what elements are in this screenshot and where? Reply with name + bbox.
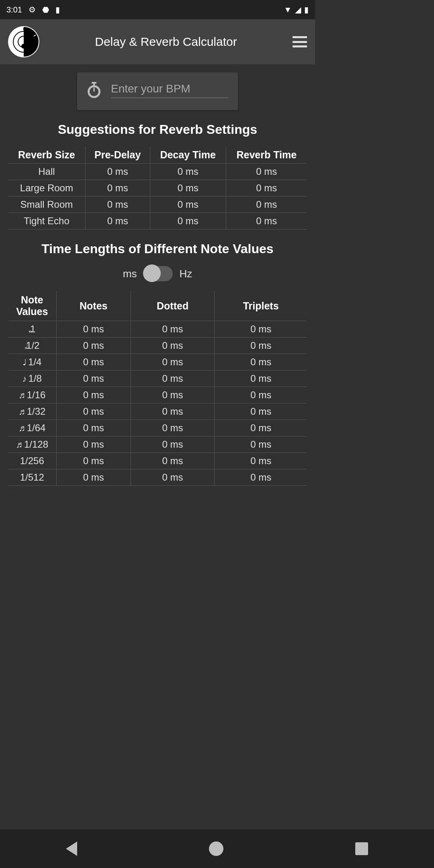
note-value-cell: ♬1/16	[8, 387, 56, 403]
notes-cell-triplets: 0 ms	[215, 387, 307, 403]
reverb-cell-reverb: 0 ms	[226, 180, 307, 197]
notes-cell-notes: 0 ms	[56, 338, 131, 354]
table-row: ♬1/640 ms0 ms0 ms	[8, 420, 307, 436]
status-time: 3:01	[6, 5, 22, 14]
notes-cell-dotted: 0 ms	[131, 403, 214, 420]
notes-cell-notes: 0 ms	[56, 387, 131, 403]
notes-cell-dotted: 0 ms	[131, 453, 214, 469]
reverb-cell-reverb: 0 ms	[226, 213, 307, 229]
note-value-label: 1/2	[26, 340, 39, 351]
table-row: Large Room0 ms0 ms0 ms	[8, 180, 307, 197]
bpm-card	[77, 72, 238, 110]
note-value-label: 1/8	[29, 373, 42, 384]
table-row: Hall0 ms0 ms0 ms	[8, 164, 307, 180]
table-row: ♬1/160 ms0 ms0 ms	[8, 387, 307, 403]
notes-cell-notes: 0 ms	[56, 420, 131, 436]
reverb-cell-size: Hall	[8, 164, 85, 180]
notes-cell-dotted: 0 ms	[131, 321, 214, 338]
note-value-cell: ♪1/8	[8, 371, 56, 387]
app-header: Delay & Reverb Calculator	[0, 19, 315, 64]
bpm-input[interactable]	[111, 82, 228, 95]
notes-cell-dotted: 0 ms	[131, 371, 214, 387]
table-row: ♩1/40 ms0 ms0 ms	[8, 354, 307, 371]
note-value-label: 1/64	[27, 422, 46, 433]
reverb-cell-predelay: 0 ms	[85, 213, 150, 229]
hamburger-menu-icon[interactable]	[293, 36, 307, 47]
table-row: ♬1/1280 ms0 ms0 ms	[8, 436, 307, 453]
table-row: 𝅝10 ms0 ms0 ms	[8, 321, 307, 338]
notes-section-title: Time Lengths of Different Note Values	[8, 242, 307, 256]
sd-card-icon: ▮	[55, 5, 60, 14]
notes-th-values: Note Values	[8, 291, 56, 321]
unit-hz-label: Hz	[179, 268, 192, 280]
table-row: Small Room0 ms0 ms0 ms	[8, 197, 307, 213]
note-value-label: 1/256	[20, 455, 44, 466]
reverb-th-predelay: Pre-Delay	[85, 147, 150, 164]
reverb-cell-predelay: 0 ms	[85, 197, 150, 213]
notes-cell-notes: 0 ms	[56, 321, 131, 338]
reverb-table: Reverb Size Pre-Delay Decay Time Reverb …	[8, 147, 307, 229]
reverb-th-decay: Decay Time	[150, 147, 226, 164]
notes-cell-triplets: 0 ms	[215, 354, 307, 371]
reverb-th-reverb: Reverb Time	[226, 147, 307, 164]
note-glyph-icon: ♩	[23, 357, 27, 367]
notes-cell-triplets: 0 ms	[215, 371, 307, 387]
reverb-cell-decay: 0 ms	[150, 164, 226, 180]
notes-cell-dotted: 0 ms	[131, 420, 214, 436]
notes-cell-notes: 0 ms	[56, 354, 131, 371]
notes-cell-triplets: 0 ms	[215, 469, 307, 486]
settings-icon: ⚙	[29, 5, 36, 14]
notes-th-dotted: Dotted	[131, 291, 214, 321]
note-glyph-icon: ♬	[16, 440, 23, 450]
reverb-cell-size: Tight Echo	[8, 213, 85, 229]
note-value-label: 1/4	[28, 356, 41, 367]
note-value-cell: 1/512	[8, 469, 56, 486]
unit-ms-label: ms	[123, 268, 137, 280]
notes-table: Note Values Notes Dotted Triplets 𝅝10 ms…	[8, 291, 307, 486]
table-row: ♪1/80 ms0 ms0 ms	[8, 371, 307, 387]
reverb-cell-decay: 0 ms	[150, 197, 226, 213]
notes-cell-dotted: 0 ms	[131, 436, 214, 453]
reverb-cell-predelay: 0 ms	[85, 180, 150, 197]
app-logo-icon	[8, 26, 39, 57]
battery-icon: ▮	[304, 5, 309, 14]
notes-cell-dotted: 0 ms	[131, 387, 214, 403]
notes-cell-triplets: 0 ms	[215, 453, 307, 469]
notes-cell-dotted: 0 ms	[131, 338, 214, 354]
shield-icon: ⬣	[42, 5, 49, 14]
reverb-cell-decay: 0 ms	[150, 213, 226, 229]
notes-cell-triplets: 0 ms	[215, 338, 307, 354]
table-row: 1/2560 ms0 ms0 ms	[8, 453, 307, 469]
page-title: Delay & Reverb Calculator	[39, 35, 293, 49]
table-row: 𝅗𝅥1/20 ms0 ms0 ms	[8, 338, 307, 354]
note-value-cell: 𝅝1	[8, 321, 56, 338]
notes-cell-notes: 0 ms	[56, 453, 131, 469]
unit-switch[interactable]	[143, 266, 173, 281]
note-value-cell: ♬1/64	[8, 420, 56, 436]
stopwatch-icon	[87, 82, 101, 98]
note-value-label: 1/512	[20, 472, 44, 483]
note-glyph-icon: ♬	[18, 390, 25, 400]
reverb-cell-reverb: 0 ms	[226, 164, 307, 180]
note-glyph-icon: ♬	[18, 407, 25, 417]
notes-cell-notes: 0 ms	[56, 469, 131, 486]
note-value-cell: 1/256	[8, 453, 56, 469]
note-value-cell: ♬1/128	[8, 436, 56, 453]
note-glyph-icon: ♪	[23, 374, 27, 384]
notes-th-notes: Notes	[56, 291, 131, 321]
note-value-label: 1/16	[27, 389, 46, 400]
table-row: ♬1/320 ms0 ms0 ms	[8, 403, 307, 420]
notes-cell-notes: 0 ms	[56, 371, 131, 387]
reverb-cell-size: Large Room	[8, 180, 85, 197]
wifi-icon: ▼	[284, 5, 292, 14]
reverb-th-size: Reverb Size	[8, 147, 85, 164]
note-value-label: 1	[30, 323, 35, 334]
notes-th-triplets: Triplets	[215, 291, 307, 321]
reverb-section-title: Suggestions for Reverb Settings	[8, 122, 307, 137]
notes-cell-triplets: 0 ms	[215, 420, 307, 436]
reverb-cell-decay: 0 ms	[150, 180, 226, 197]
notes-cell-triplets: 0 ms	[215, 436, 307, 453]
notes-cell-notes: 0 ms	[56, 403, 131, 420]
notes-cell-triplets: 0 ms	[215, 321, 307, 338]
svg-point-3	[21, 44, 26, 49]
